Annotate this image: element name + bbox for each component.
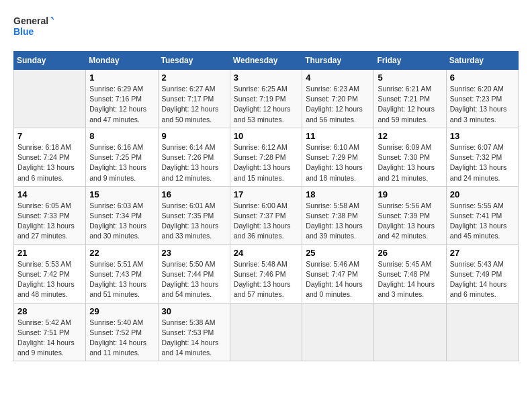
column-header-friday: Friday xyxy=(374,52,446,70)
day-cell: 3Sunrise: 6:25 AMSunset: 7:19 PMDaylight… xyxy=(230,70,302,128)
day-cell: 4Sunrise: 6:23 AMSunset: 7:20 PMDaylight… xyxy=(302,70,374,128)
day-number: 9 xyxy=(162,131,226,141)
day-cell: 16Sunrise: 6:01 AMSunset: 7:35 PMDayligh… xyxy=(158,186,230,244)
day-info: Sunrise: 6:05 AMSunset: 7:33 PMDaylight:… xyxy=(17,201,82,242)
header: General Blue xyxy=(13,13,519,40)
day-info: Sunrise: 5:43 AMSunset: 7:49 PMDaylight:… xyxy=(450,259,515,300)
day-cell: 15Sunrise: 6:03 AMSunset: 7:34 PMDayligh… xyxy=(86,186,158,244)
day-number: 29 xyxy=(89,306,154,316)
day-number: 17 xyxy=(234,189,298,199)
day-number: 2 xyxy=(162,73,226,83)
day-info: Sunrise: 6:27 AMSunset: 7:17 PMDaylight:… xyxy=(162,84,226,125)
column-header-monday: Monday xyxy=(86,52,158,70)
day-cell: 9Sunrise: 6:14 AMSunset: 7:26 PMDaylight… xyxy=(158,128,230,186)
day-cell: 8Sunrise: 6:16 AMSunset: 7:25 PMDaylight… xyxy=(86,128,158,186)
day-cell: 12Sunrise: 6:09 AMSunset: 7:30 PMDayligh… xyxy=(374,128,446,186)
day-info: Sunrise: 5:55 AMSunset: 7:41 PMDaylight:… xyxy=(450,201,515,242)
day-info: Sunrise: 6:12 AMSunset: 7:28 PMDaylight:… xyxy=(234,142,298,183)
column-header-thursday: Thursday xyxy=(302,52,374,70)
day-number: 4 xyxy=(306,73,370,83)
day-info: Sunrise: 5:51 AMSunset: 7:43 PMDaylight:… xyxy=(89,259,154,300)
day-number: 14 xyxy=(17,189,82,199)
day-info: Sunrise: 5:53 AMSunset: 7:42 PMDaylight:… xyxy=(17,259,82,300)
day-cell xyxy=(230,303,302,361)
day-info: Sunrise: 5:50 AMSunset: 7:44 PMDaylight:… xyxy=(162,259,226,300)
day-number: 7 xyxy=(17,131,82,141)
day-number: 26 xyxy=(378,248,442,258)
svg-text:Blue: Blue xyxy=(13,26,34,37)
day-number: 3 xyxy=(234,73,298,83)
svg-text:General: General xyxy=(13,15,48,26)
day-info: Sunrise: 6:21 AMSunset: 7:21 PMDaylight:… xyxy=(378,84,442,125)
day-info: Sunrise: 6:14 AMSunset: 7:26 PMDaylight:… xyxy=(162,142,226,183)
day-info: Sunrise: 6:00 AMSunset: 7:37 PMDaylight:… xyxy=(234,201,298,242)
day-number: 11 xyxy=(306,131,370,141)
day-number: 22 xyxy=(89,248,154,258)
calendar-table: SundayMondayTuesdayWednesdayThursdayFrid… xyxy=(13,51,519,361)
day-cell: 21Sunrise: 5:53 AMSunset: 7:42 PMDayligh… xyxy=(14,244,86,303)
day-number: 21 xyxy=(17,248,82,258)
day-number: 12 xyxy=(378,131,442,141)
day-number: 13 xyxy=(450,131,515,141)
day-cell xyxy=(14,70,86,128)
day-number: 24 xyxy=(234,248,298,258)
day-cell: 17Sunrise: 6:00 AMSunset: 7:37 PMDayligh… xyxy=(230,186,302,244)
day-cell: 30Sunrise: 5:38 AMSunset: 7:53 PMDayligh… xyxy=(158,303,230,361)
day-cell: 14Sunrise: 6:05 AMSunset: 7:33 PMDayligh… xyxy=(14,186,86,244)
day-number: 27 xyxy=(450,248,515,258)
day-info: Sunrise: 5:48 AMSunset: 7:46 PMDaylight:… xyxy=(234,259,298,300)
day-cell: 23Sunrise: 5:50 AMSunset: 7:44 PMDayligh… xyxy=(158,244,230,303)
day-cell: 13Sunrise: 6:07 AMSunset: 7:32 PMDayligh… xyxy=(446,128,518,186)
day-info: Sunrise: 6:10 AMSunset: 7:29 PMDaylight:… xyxy=(306,142,370,183)
day-cell: 28Sunrise: 5:42 AMSunset: 7:51 PMDayligh… xyxy=(14,303,86,361)
day-cell: 6Sunrise: 6:20 AMSunset: 7:23 PMDaylight… xyxy=(446,70,518,128)
day-cell xyxy=(446,303,518,361)
svg-marker-2 xyxy=(50,17,54,21)
column-header-tuesday: Tuesday xyxy=(158,52,230,70)
day-info: Sunrise: 5:42 AMSunset: 7:51 PMDaylight:… xyxy=(17,318,82,359)
day-info: Sunrise: 6:09 AMSunset: 7:30 PMDaylight:… xyxy=(378,142,442,183)
week-row-3: 14Sunrise: 6:05 AMSunset: 7:33 PMDayligh… xyxy=(14,186,519,244)
day-info: Sunrise: 5:45 AMSunset: 7:48 PMDaylight:… xyxy=(378,259,442,300)
day-number: 6 xyxy=(450,73,515,83)
day-cell: 22Sunrise: 5:51 AMSunset: 7:43 PMDayligh… xyxy=(86,244,158,303)
day-info: Sunrise: 6:20 AMSunset: 7:23 PMDaylight:… xyxy=(450,84,515,125)
day-info: Sunrise: 6:16 AMSunset: 7:25 PMDaylight:… xyxy=(89,142,154,183)
day-info: Sunrise: 6:18 AMSunset: 7:24 PMDaylight:… xyxy=(17,142,82,183)
day-number: 5 xyxy=(378,73,442,83)
day-info: Sunrise: 5:40 AMSunset: 7:52 PMDaylight:… xyxy=(89,318,154,359)
day-info: Sunrise: 5:56 AMSunset: 7:39 PMDaylight:… xyxy=(378,201,442,242)
day-cell: 7Sunrise: 6:18 AMSunset: 7:24 PMDaylight… xyxy=(14,128,86,186)
day-info: Sunrise: 6:29 AMSunset: 7:16 PMDaylight:… xyxy=(89,84,154,125)
logo-svg: General Blue xyxy=(13,13,54,40)
day-number: 23 xyxy=(162,248,226,258)
day-info: Sunrise: 6:25 AMSunset: 7:19 PMDaylight:… xyxy=(234,84,298,125)
day-info: Sunrise: 6:03 AMSunset: 7:34 PMDaylight:… xyxy=(89,201,154,242)
day-cell: 29Sunrise: 5:40 AMSunset: 7:52 PMDayligh… xyxy=(86,303,158,361)
week-row-1: 1Sunrise: 6:29 AMSunset: 7:16 PMDaylight… xyxy=(14,70,519,128)
day-number: 15 xyxy=(89,189,154,199)
day-number: 16 xyxy=(162,189,226,199)
day-cell xyxy=(302,303,374,361)
day-number: 18 xyxy=(306,189,370,199)
day-number: 28 xyxy=(17,306,82,316)
day-info: Sunrise: 5:38 AMSunset: 7:53 PMDaylight:… xyxy=(162,318,226,359)
day-cell: 5Sunrise: 6:21 AMSunset: 7:21 PMDaylight… xyxy=(374,70,446,128)
day-number: 1 xyxy=(89,73,154,83)
day-cell: 19Sunrise: 5:56 AMSunset: 7:39 PMDayligh… xyxy=(374,186,446,244)
day-cell: 18Sunrise: 5:58 AMSunset: 7:38 PMDayligh… xyxy=(302,186,374,244)
column-header-wednesday: Wednesday xyxy=(230,52,302,70)
day-cell: 2Sunrise: 6:27 AMSunset: 7:17 PMDaylight… xyxy=(158,70,230,128)
day-info: Sunrise: 6:01 AMSunset: 7:35 PMDaylight:… xyxy=(162,201,226,242)
day-number: 20 xyxy=(450,189,515,199)
header-row: SundayMondayTuesdayWednesdayThursdayFrid… xyxy=(14,52,519,70)
day-number: 25 xyxy=(306,248,370,258)
week-row-4: 21Sunrise: 5:53 AMSunset: 7:42 PMDayligh… xyxy=(14,244,519,303)
day-number: 10 xyxy=(234,131,298,141)
day-cell: 25Sunrise: 5:46 AMSunset: 7:47 PMDayligh… xyxy=(302,244,374,303)
day-number: 8 xyxy=(89,131,154,141)
day-cell: 20Sunrise: 5:55 AMSunset: 7:41 PMDayligh… xyxy=(446,186,518,244)
column-header-saturday: Saturday xyxy=(446,52,518,70)
day-cell xyxy=(374,303,446,361)
day-info: Sunrise: 6:07 AMSunset: 7:32 PMDaylight:… xyxy=(450,142,515,183)
